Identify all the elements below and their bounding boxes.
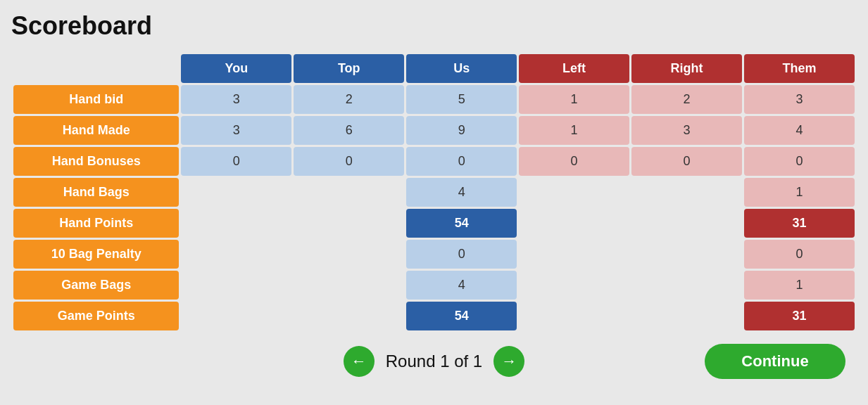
cell-top-3 xyxy=(294,178,404,207)
cell-top-6 xyxy=(294,271,404,300)
cell-left-0: 1 xyxy=(519,85,629,114)
row-label-6: Game Bags xyxy=(13,271,179,300)
row-label-5: 10 Bag Penalty xyxy=(13,240,179,269)
cell-top-2: 0 xyxy=(294,147,404,176)
cell-them-5: 0 xyxy=(744,240,855,269)
row-label-0: Hand bid xyxy=(13,85,179,114)
cell-you-6 xyxy=(181,271,291,300)
cell-you-0: 3 xyxy=(181,85,291,114)
next-icon: → xyxy=(501,352,517,371)
cell-them-4: 31 xyxy=(744,209,855,238)
cell-us-6: 4 xyxy=(406,271,517,300)
cell-you-4 xyxy=(181,209,291,238)
cell-you-5 xyxy=(181,240,291,269)
row-label-4: Hand Points xyxy=(13,209,179,238)
cell-right-5 xyxy=(631,240,742,269)
cell-them-6: 1 xyxy=(744,271,855,300)
cell-right-3 xyxy=(631,178,742,207)
header-empty xyxy=(13,54,179,83)
prev-icon: ← xyxy=(351,352,367,371)
cell-them-3: 1 xyxy=(744,178,855,207)
cell-you-7 xyxy=(181,302,291,330)
cell-top-1: 6 xyxy=(294,116,404,145)
cell-left-3 xyxy=(519,178,629,207)
cell-right-4 xyxy=(631,209,742,238)
cell-left-6 xyxy=(519,271,629,300)
cell-right-2: 0 xyxy=(631,147,742,176)
row-label-3: Hand Bags xyxy=(13,178,179,207)
cell-us-7: 54 xyxy=(406,302,517,330)
cell-right-7 xyxy=(631,302,742,330)
cell-us-2: 0 xyxy=(406,147,517,176)
cell-us-5: 0 xyxy=(406,240,517,269)
cell-left-2: 0 xyxy=(519,147,629,176)
score-table: You Top Us Left Right Them Hand bid32512… xyxy=(11,52,857,333)
cell-us-3: 4 xyxy=(406,178,517,207)
cell-us-0: 5 xyxy=(406,85,517,114)
cell-left-5 xyxy=(519,240,629,269)
header-right: Right xyxy=(631,54,742,83)
footer-right: Continue xyxy=(524,344,845,379)
cell-top-0: 2 xyxy=(294,85,404,114)
next-round-button[interactable]: → xyxy=(493,346,524,377)
cell-them-0: 3 xyxy=(744,85,855,114)
cell-right-6 xyxy=(631,271,742,300)
cell-us-4: 54 xyxy=(406,209,517,238)
continue-button[interactable]: Continue xyxy=(705,344,845,379)
cell-us-1: 9 xyxy=(406,116,517,145)
cell-top-7 xyxy=(294,302,404,330)
row-label-2: Hand Bonuses xyxy=(13,147,179,176)
round-text: Round 1 of 1 xyxy=(386,352,482,371)
scoreboard: You Top Us Left Right Them Hand bid32512… xyxy=(11,52,857,333)
cell-top-4 xyxy=(294,209,404,238)
page-title: Scoreboard xyxy=(11,11,857,41)
cell-them-7: 31 xyxy=(744,302,855,330)
cell-left-1: 1 xyxy=(519,116,629,145)
cell-right-0: 2 xyxy=(631,85,742,114)
cell-top-5 xyxy=(294,240,404,269)
header-top: Top xyxy=(294,54,404,83)
header-us: Us xyxy=(406,54,517,83)
cell-left-7 xyxy=(519,302,629,330)
header-you: You xyxy=(181,54,291,83)
row-label-1: Hand Made xyxy=(13,116,179,145)
cell-them-1: 4 xyxy=(744,116,855,145)
row-label-7: Game Points xyxy=(13,302,179,330)
cell-you-3 xyxy=(181,178,291,207)
footer: ← Round 1 of 1 → Continue xyxy=(11,344,857,379)
cell-left-4 xyxy=(519,209,629,238)
cell-them-2: 0 xyxy=(744,147,855,176)
header-them: Them xyxy=(744,54,855,83)
cell-you-2: 0 xyxy=(181,147,291,176)
prev-round-button[interactable]: ← xyxy=(344,346,375,377)
cell-right-1: 3 xyxy=(631,116,742,145)
round-navigation: ← Round 1 of 1 → xyxy=(344,346,524,377)
cell-you-1: 3 xyxy=(181,116,291,145)
header-left: Left xyxy=(519,54,629,83)
